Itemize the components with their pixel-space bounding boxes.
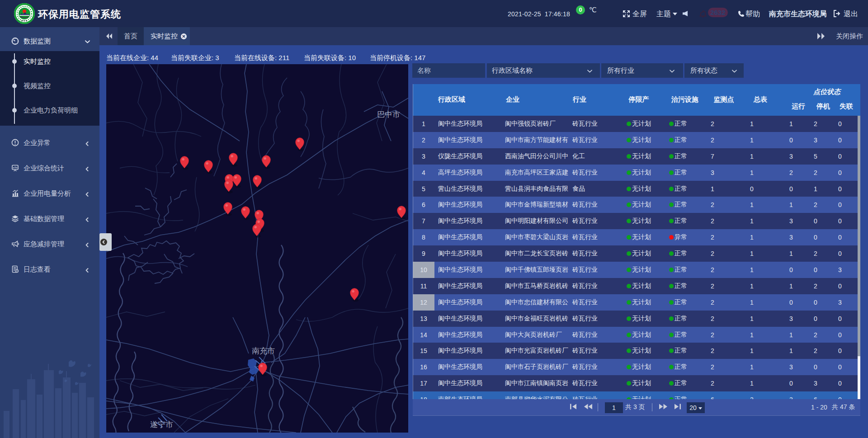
svg-text:巴中市: 巴中市	[377, 110, 400, 119]
svg-text:遂宁市: 遂宁市	[150, 420, 173, 429]
svg-text:南充市: 南充市	[252, 347, 275, 355]
